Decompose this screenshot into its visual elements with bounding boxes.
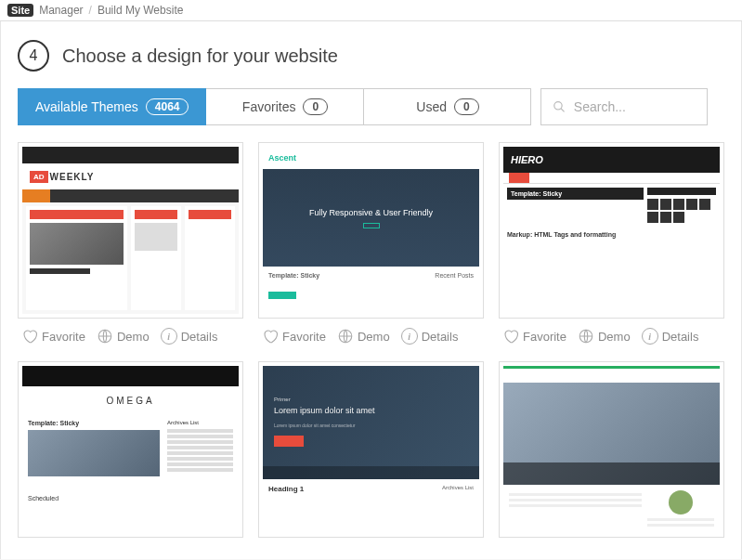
site-badge: Site [7, 4, 33, 17]
step-number-circle: 4 [18, 40, 49, 72]
tab-available-label: Available Themes [35, 99, 138, 114]
tab-favorites-label: Favorites [242, 99, 296, 114]
search-input[interactable] [566, 90, 696, 124]
tab-favorites-count: 0 [303, 98, 328, 115]
heart-icon [21, 328, 38, 345]
theme-card: PrimerLorem ipsum dolor sit ametLorem ip… [258, 361, 484, 538]
search-box[interactable] [540, 88, 708, 125]
breadcrumb-current: Build My Website [98, 4, 183, 17]
favorite-button[interactable]: Favorite [258, 326, 330, 346]
step-number: 4 [30, 47, 38, 64]
theme-card [499, 361, 724, 538]
info-icon: i [161, 328, 177, 345]
demo-button[interactable]: Demo [574, 326, 634, 346]
favorite-button[interactable]: Favorite [499, 326, 570, 346]
svg-line-1 [561, 109, 565, 112]
info-icon: i [642, 328, 658, 345]
theme-thumb-omega[interactable]: OMEGA Template: StickyScheduled Archives… [18, 361, 243, 538]
theme-card: HIERO Template: StickyMarkup: HTML Tags … [499, 142, 724, 346]
search-icon [553, 99, 566, 114]
tab-used[interactable]: Used 0 [364, 88, 531, 125]
globe-icon [337, 328, 354, 345]
details-button[interactable]: iDetails [638, 326, 703, 346]
details-button[interactable]: iDetails [397, 326, 462, 346]
breadcrumb-manager[interactable]: Manager [39, 4, 83, 17]
tab-used-label: Used [416, 99, 447, 114]
theme-actions: Favorite Demo iDetails [18, 326, 243, 346]
tabs-row: Available Themes 4064 Favorites 0 Used 0 [18, 88, 724, 125]
theme-card: ADWEEKLY Favorite Demo iDetails [18, 142, 243, 346]
tab-used-count: 0 [454, 98, 479, 115]
step-header: 4 Choose a design for your website [18, 40, 724, 72]
heart-icon [502, 328, 519, 345]
breadcrumb: Site Manager / Build My Website [0, 0, 742, 21]
theme-thumb-hiero[interactable]: HIERO Template: StickyMarkup: HTML Tags … [499, 142, 724, 319]
demo-button[interactable]: Demo [93, 326, 153, 346]
info-icon: i [401, 328, 418, 345]
theme-card: Ascent Fully Responsive & User Friendly … [258, 142, 484, 346]
tab-available-count: 4064 [146, 98, 189, 115]
globe-icon [578, 328, 594, 345]
favorite-button[interactable]: Favorite [18, 326, 89, 346]
theme-thumb-primer[interactable]: PrimerLorem ipsum dolor sit ametLorem ip… [258, 361, 484, 538]
globe-icon [97, 328, 113, 345]
step-title: Choose a design for your website [62, 46, 338, 67]
tab-available-themes[interactable]: Available Themes 4064 [18, 88, 206, 125]
tab-favorites[interactable]: Favorites 0 [206, 88, 364, 125]
heart-icon [262, 328, 279, 345]
content: 4 Choose a design for your website Avail… [0, 21, 742, 559]
theme-thumb-green[interactable] [499, 361, 724, 538]
demo-button[interactable]: Demo [333, 326, 394, 346]
theme-thumb-ascent[interactable]: Ascent Fully Responsive & User Friendly … [258, 142, 484, 319]
theme-actions: Favorite Demo iDetails [499, 326, 724, 346]
details-button[interactable]: iDetails [157, 326, 222, 346]
theme-card: OMEGA Template: StickyScheduled Archives… [18, 361, 243, 538]
themes-grid: ADWEEKLY Favorite Demo iDetails [18, 142, 724, 538]
theme-thumb-weekly[interactable]: ADWEEKLY [18, 142, 243, 319]
theme-actions: Favorite Demo iDetails [258, 326, 484, 346]
breadcrumb-sep: / [89, 4, 92, 17]
svg-point-0 [554, 102, 562, 110]
